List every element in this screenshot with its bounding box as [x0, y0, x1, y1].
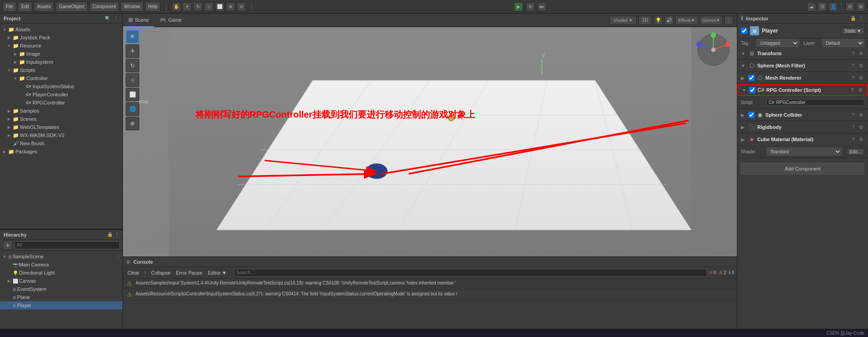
lighting-btn[interactable]: 💡 [654, 16, 663, 25]
meshrenderer-checkbox[interactable] [748, 75, 755, 81]
hand-tool[interactable]: ✋ [172, 2, 181, 11]
tree-item-samples[interactable]: ▶ 📁 Samples [0, 107, 123, 115]
rpgcontroller-help-icon[interactable]: ? [849, 87, 855, 93]
inspector-more-icon[interactable]: ⋮ [858, 15, 864, 22]
scene-more-btn[interactable]: ⋮ [724, 16, 733, 25]
add-component-button[interactable]: Add Component [741, 163, 864, 175]
cubematerial-settings-icon[interactable]: ⚙ [858, 136, 864, 142]
spherecollider-checkbox[interactable] [748, 112, 755, 118]
scene-rect-btn[interactable]: ⬜ [126, 88, 139, 101]
hierarchy-add-btn[interactable]: + [3, 241, 13, 250]
spheremf-help-icon[interactable]: ? [850, 62, 856, 69]
step-button[interactable]: ⏭ [538, 2, 547, 11]
console-clear-dropdown[interactable]: ▼ [143, 270, 147, 275]
scale-tool[interactable]: ⊹ [204, 2, 213, 11]
cubematerial-edit-btn[interactable]: Edit... [846, 148, 864, 155]
scene-global-btn[interactable]: 🌐 [126, 102, 139, 116]
tree-item-joystick[interactable]: ▶ 📁 Joystick Pack [0, 33, 123, 42]
pause-button[interactable]: ⏸ [526, 2, 535, 11]
hierarchy-more-icon[interactable]: ⋮ [114, 232, 119, 237]
tree-item-packages[interactable]: ▶ 📁 Packages [0, 147, 123, 156]
component-menu[interactable]: Component [90, 2, 119, 12]
custom-tool[interactable]: ⊘ [237, 2, 246, 11]
rotate-tool[interactable]: ↻ [193, 2, 203, 11]
hierarchy-dirlight[interactable]: ▶ 💡 Directional Light [0, 269, 123, 277]
gameobject-active-checkbox[interactable] [741, 28, 747, 34]
tree-item-webgltemplates[interactable]: ▶ 📁 WebGLTemplates [0, 123, 123, 131]
scene-view-btn[interactable]: 👁 [126, 30, 139, 43]
component-transform-header[interactable]: ▼ ⊞ Transform ? ⚙ [737, 47, 868, 59]
tree-item-wxwasm[interactable]: ▶ 📁 WX-WASM-SDK-V2 [0, 131, 123, 139]
cubematerial-shader-dropdown[interactable]: Standard [766, 147, 842, 156]
project-search-icon[interactable]: 🔍 [104, 15, 111, 22]
tag-dropdown[interactable]: Untagged [756, 39, 799, 47]
spherecollider-help-icon[interactable]: ? [850, 112, 856, 118]
assets-root[interactable]: ▼ 📁 Assets [0, 25, 123, 33]
window-menu[interactable]: Window [121, 2, 143, 12]
hierarchy-canvas[interactable]: ▶ ⬜ Canvas [0, 277, 123, 285]
spherecollider-settings-icon[interactable]: ⚙ [858, 112, 864, 118]
samplescene-more[interactable]: ⋮ [116, 254, 121, 259]
tree-item-image[interactable]: ▶ 📁 Image [0, 50, 123, 58]
tree-item-resource[interactable]: ▼ 📁 Resource [0, 42, 123, 50]
console-editor-btn[interactable]: Editor ▼ [206, 270, 229, 276]
edit-menu[interactable]: Edit [18, 2, 32, 12]
file-menu[interactable]: File [3, 2, 16, 12]
meshrenderer-settings-icon[interactable]: ⚙ [858, 75, 864, 81]
transform-tool[interactable]: ⊕ [226, 2, 235, 11]
scene-pivot-btn[interactable]: ⊕ [126, 117, 139, 130]
game-tab[interactable]: 🎮 Game [154, 14, 187, 27]
rigidbody-help-icon[interactable]: ? [850, 124, 856, 130]
console-collapse-btn[interactable]: Collapse [149, 270, 172, 276]
scene-scale-btn[interactable]: ⊹ [126, 73, 139, 87]
assets-menu[interactable]: Assets [34, 2, 54, 12]
transform-settings-icon[interactable]: ⚙ [858, 50, 864, 57]
rpgcontroller-checkbox[interactable] [749, 87, 755, 93]
collab-icon[interactable]: ☁ [807, 2, 816, 11]
meshrenderer-help-icon[interactable]: ? [850, 75, 856, 81]
rpgcontroller-settings-icon[interactable]: ⚙ [857, 87, 863, 93]
tree-item-scripts[interactable]: ▼ 📁 Scripts [0, 66, 123, 74]
effects-btn[interactable]: Effects▼ [675, 16, 698, 25]
shaded-mode-btn[interactable]: Shaded ▼ [609, 16, 637, 25]
account-icon[interactable]: 👤 [829, 2, 838, 11]
tree-item-playercontroller[interactable]: ▶ C# PlayerController [0, 90, 123, 99]
spheremf-settings-icon[interactable]: ⚙ [858, 62, 864, 69]
component-spherecollider-header[interactable]: ▶ ◉ Sphere Collider ? ⚙ [737, 109, 868, 121]
tree-item-newbrush[interactable]: ▶ 🖌 New Brush [0, 139, 123, 147]
scene-tab[interactable]: ⊞ Scene [123, 14, 154, 27]
inspector-lock-icon[interactable]: 🔒 [850, 15, 856, 22]
cubematerial-help-icon[interactable]: ? [850, 136, 856, 142]
help-menu[interactable]: Help [145, 2, 161, 12]
audio-btn[interactable]: 🔊 [665, 16, 674, 25]
static-button[interactable]: Static ▼ [841, 28, 864, 34]
console-errorpause-btn[interactable]: Error Pause [174, 270, 204, 276]
tree-item-controller[interactable]: ▼ 📁 Controller [0, 74, 123, 82]
services-icon[interactable]: ☰ [818, 2, 827, 11]
move-tool[interactable]: ✛ [183, 2, 192, 11]
component-spheremeshfilter-header[interactable]: ▼ ⬡ Sphere (Mesh Filter) ? ⚙ [737, 60, 868, 71]
layer-dropdown[interactable]: Default [822, 39, 865, 47]
tree-item-inputsystemstatus[interactable]: ▶ C# InputSystemStatus [0, 82, 123, 90]
console-msg-0[interactable]: ⚠ Assets\Samples\Input System\1.4.4\Unit… [123, 279, 737, 290]
component-meshrenderer-header[interactable]: ▶ ⬡ Mesh Renderer ? ⚙ [737, 72, 868, 84]
layers-icon[interactable]: ⊟ [845, 2, 854, 11]
gameobject-menu[interactable]: GameObject [56, 2, 87, 12]
tree-item-inputsystem[interactable]: ▶ 📁 Inputsystem [0, 58, 123, 66]
gizmos-btn[interactable]: Gizmos▼ [700, 16, 722, 25]
hierarchy-eventsystem[interactable]: ▶ ⊞ EventSystem [0, 285, 123, 293]
hierarchy-search-input[interactable] [14, 241, 120, 249]
scene-move-btn[interactable]: ✛ [126, 44, 139, 58]
2d-btn[interactable]: 2D [638, 16, 652, 25]
transform-help-icon[interactable]: ? [850, 50, 856, 57]
hierarchy-lock-icon[interactable]: 🔒 [107, 232, 113, 237]
rect-tool[interactable]: ⬜ [215, 2, 224, 11]
layout-icon[interactable]: ⊞ [856, 2, 865, 11]
console-msg-1[interactable]: ⚠ Assets\Resource\Scripts\Controller\Inp… [123, 290, 737, 300]
hierarchy-player[interactable]: ▶ ⊞ Player [0, 301, 123, 309]
play-button[interactable]: ▶ [514, 2, 523, 11]
rigidbody-settings-icon[interactable]: ⚙ [858, 124, 864, 130]
tree-item-scenes[interactable]: ▶ 📁 Scenes [0, 115, 123, 123]
console-clear-btn[interactable]: Clear [126, 270, 141, 276]
project-more-icon[interactable]: ⋮ [113, 15, 119, 22]
